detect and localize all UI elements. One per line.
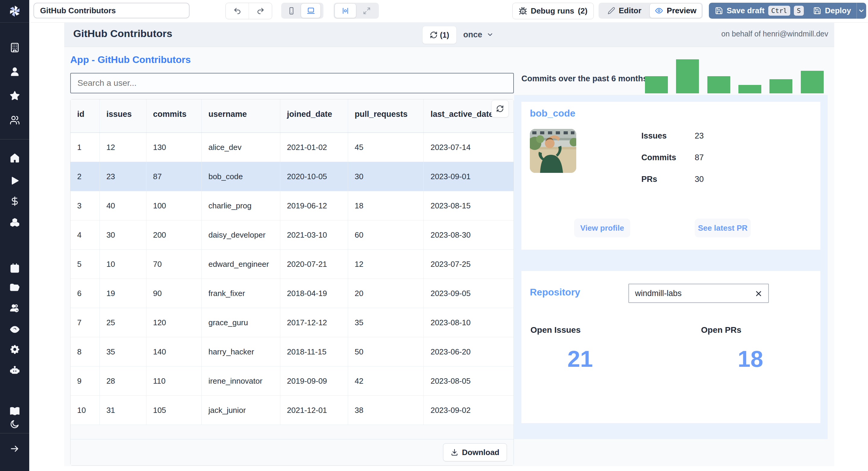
- column-header-issues[interactable]: issues: [100, 99, 147, 133]
- cell-joined_date: 2021-03-10: [280, 221, 348, 249]
- app-refresh-button[interactable]: (1): [422, 26, 457, 44]
- table-row[interactable]: 22387bob_code2020-10-05302023-09-01: [70, 162, 514, 191]
- sidebar-item-building[interactable]: [8, 41, 21, 54]
- preview-tab[interactable]: Preview: [650, 3, 702, 18]
- play-icon: [10, 175, 20, 186]
- editor-preview-toggle: Editor Preview: [598, 3, 703, 19]
- view-profile-button[interactable]: View profile: [574, 218, 630, 237]
- cell-last_active_date: 2023-08-30: [424, 221, 514, 249]
- cell-pull_requests: 18: [348, 191, 424, 220]
- sidebar-item-users-gear[interactable]: [8, 302, 21, 314]
- column-header-joined_date[interactable]: joined_date: [280, 99, 348, 133]
- sidebar-item-boxes[interactable]: [8, 216, 21, 229]
- table-row[interactable]: 835140harry_hacker2018-11-15502023-06-20: [70, 337, 514, 367]
- cell-pull_requests: 45: [348, 133, 424, 162]
- cell-commits: 200: [147, 221, 202, 249]
- sidebar-item-bot[interactable]: [8, 364, 21, 377]
- sidebar-item-users[interactable]: [8, 114, 21, 127]
- cell-username: charlie_prog: [202, 191, 280, 220]
- sidebar-item-book-open[interactable]: [8, 405, 21, 417]
- repository-input[interactable]: [628, 284, 769, 303]
- deploy-dropdown-button[interactable]: [857, 3, 866, 19]
- see-latest-pr-button[interactable]: See latest PR: [695, 218, 751, 237]
- table-row[interactable]: 340100charlie_prog2019-06-12182023-08-15: [70, 191, 514, 221]
- layout-toggle-group: [334, 3, 379, 19]
- cell-last_active_date: 2023-08-10: [424, 308, 514, 337]
- debug-runs-button[interactable]: Debug runs (2): [513, 3, 594, 19]
- center-align-button[interactable]: [335, 3, 356, 18]
- redo-button[interactable]: [249, 3, 272, 19]
- editor-tab[interactable]: Editor: [599, 4, 650, 18]
- cell-last_active_date: 2023-09-05: [424, 279, 514, 308]
- fullwidth-button[interactable]: [356, 4, 377, 18]
- save-draft-button[interactable]: Save draft Ctrl S: [709, 3, 814, 19]
- desktop-view-button[interactable]: [301, 3, 321, 18]
- mobile-view-button[interactable]: [282, 4, 301, 18]
- deploy-button-group: Deploy: [808, 3, 866, 19]
- table-row[interactable]: 112130alice_dev2021-01-02452023-07-14: [70, 133, 514, 162]
- sidebar-item-folder-open[interactable]: [8, 281, 21, 294]
- cell-pull_requests: 50: [348, 337, 424, 366]
- table-row[interactable]: 430200daisy_developer2021-03-10602023-08…: [70, 221, 514, 250]
- cell-pull_requests: 42: [348, 367, 424, 395]
- column-header-pull_requests[interactable]: pull_requests: [348, 99, 424, 133]
- deploy-button[interactable]: Deploy: [808, 3, 857, 19]
- editor-topbar: Debug runs (2) Editor Preview Save draft: [29, 0, 868, 23]
- table-empty-area: [70, 425, 514, 439]
- column-header-commits[interactable]: commits: [147, 99, 202, 133]
- undo-button[interactable]: [226, 3, 249, 19]
- cell-username: irene_innovator: [202, 367, 280, 395]
- sidebar-item-arrow-right[interactable]: [8, 442, 21, 455]
- sidebar-item-home[interactable]: [8, 152, 21, 164]
- app-title-input[interactable]: [33, 3, 190, 19]
- cell-commits: 87: [147, 162, 202, 191]
- table-row[interactable]: 1031105jack_junior2021-12-01382023-09-02: [70, 396, 514, 425]
- cell-commits: 120: [147, 308, 202, 337]
- sidebar-divider: [0, 433, 29, 433]
- cell-issues: 19: [100, 279, 147, 308]
- maximize-icon: [363, 7, 371, 15]
- sidebar-item-dollar[interactable]: [8, 195, 21, 207]
- sidebar-item-play[interactable]: [8, 174, 21, 187]
- column-header-username[interactable]: username: [202, 99, 280, 133]
- windmill-logo[interactable]: [0, 0, 29, 23]
- app-title: GitHub Contributors: [73, 28, 173, 39]
- sidebar-item-calendar[interactable]: [8, 262, 21, 274]
- schedule-dropdown[interactable]: once: [463, 26, 494, 43]
- table-refresh-button[interactable]: [491, 100, 509, 117]
- save-draft-label: Save draft: [727, 6, 765, 15]
- sidebar-item-gear[interactable]: [8, 343, 21, 356]
- cell-joined_date: 2019-06-12: [280, 191, 348, 220]
- download-button[interactable]: Download: [443, 443, 507, 461]
- cell-commits: 105: [147, 396, 202, 425]
- stat-label: Commits: [641, 153, 676, 162]
- search-input[interactable]: [70, 73, 514, 93]
- stat-issues: Issues 23: [641, 131, 810, 141]
- star-icon: [10, 91, 20, 101]
- avatar-illustration: [530, 129, 576, 173]
- column-header-id[interactable]: id: [70, 99, 100, 133]
- sidebar-item-moon[interactable]: [8, 418, 21, 430]
- kbd-ctrl: Ctrl: [768, 6, 790, 16]
- table-row[interactable]: 928110irene_innovator2019-09-09422023-08…: [70, 367, 514, 396]
- cell-last_active_date: 2023-07-25: [424, 250, 514, 278]
- clear-input-button[interactable]: [753, 289, 764, 299]
- windmill-pinwheel-icon: [8, 4, 22, 18]
- cell-username: alice_dev: [202, 133, 280, 162]
- bug-icon: [519, 7, 527, 15]
- sidebar-item-star[interactable]: [8, 90, 21, 102]
- cell-id: 4: [70, 221, 100, 249]
- sidebar-item-eye[interactable]: [8, 323, 21, 336]
- laptop-icon: [307, 7, 315, 15]
- user-card: bob_code: [521, 102, 820, 250]
- table-row[interactable]: 51070edward_engineer2020-07-21122023-07-…: [70, 250, 514, 279]
- cell-id: 8: [70, 337, 100, 366]
- stat-label: PRs: [641, 175, 657, 184]
- cell-issues: 40: [100, 191, 147, 220]
- refresh-icon: [430, 31, 438, 39]
- table-row[interactable]: 61990frank_fixer2018-04-19202023-09-05: [70, 279, 514, 308]
- table-row[interactable]: 725120grace_guru2017-12-12352023-08-10: [70, 308, 514, 337]
- cell-pull_requests: 20: [348, 279, 424, 308]
- cell-pull_requests: 12: [348, 250, 424, 278]
- sidebar-item-user[interactable]: [8, 65, 21, 78]
